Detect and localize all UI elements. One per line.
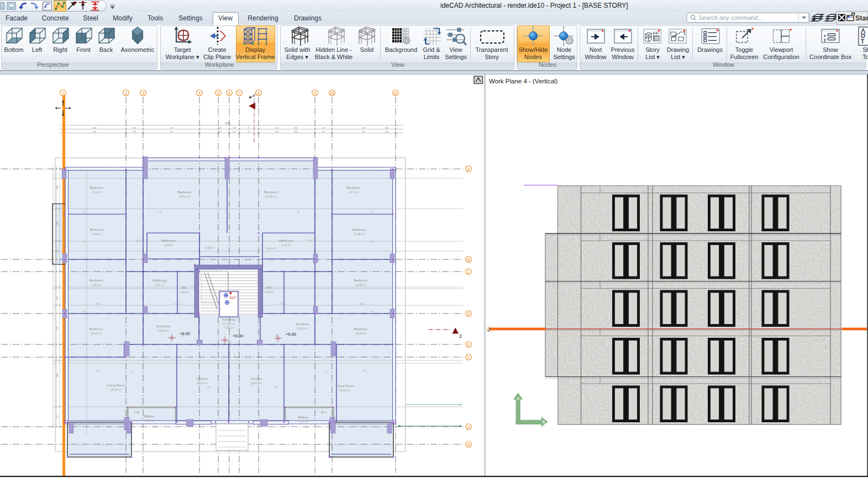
- svg-text:T: T: [861, 39, 864, 45]
- svg-text:Bırakma Kata: Bırakma Kata: [222, 323, 235, 325]
- svg-text:Kat Holü: Kat Holü: [222, 317, 235, 321]
- svg-text:2.66 m²: 2.66 m²: [92, 283, 101, 286]
- svg-text:2.88 m²: 2.88 m²: [206, 246, 215, 249]
- svg-text:340: 340: [294, 127, 297, 129]
- svg-text:6: 6: [228, 91, 230, 95]
- svg-text:10 10.8: 10 10.8: [306, 240, 313, 242]
- svg-text:71: 71: [248, 131, 250, 133]
- svg-text:Kitchen: Kitchen: [251, 377, 262, 380]
- svg-text:H: H: [467, 443, 470, 447]
- svg-text:3.18 m²: 3.18 m²: [265, 290, 274, 294]
- svg-text:A: A: [467, 167, 470, 171]
- svg-text:180: 180: [133, 127, 136, 129]
- svg-text:90: 90: [164, 282, 166, 284]
- svg-text:44: 44: [370, 310, 372, 312]
- svg-text:Bathroom: Bathroom: [279, 239, 293, 242]
- svg-text:343: 343: [275, 386, 278, 389]
- svg-text:3.18 m²: 3.18 m²: [180, 290, 189, 294]
- svg-text:5.30 m²: 5.30 m²: [164, 243, 173, 247]
- svg-text:12.8 10: 12.8 10: [278, 303, 285, 305]
- svg-text:Entrance: Entrance: [157, 325, 171, 328]
- svg-text:15.68 m²: 15.68 m²: [158, 329, 169, 332]
- svg-text:Bedroom: Bedroom: [347, 186, 360, 189]
- svg-text:Bedroom: Bedroom: [354, 327, 367, 331]
- svg-text:406: 406: [93, 131, 96, 133]
- svg-text:16.10 m²: 16.10 m²: [251, 381, 262, 385]
- svg-text:162: 162: [56, 415, 59, 418]
- svg-text:2162: 2162: [225, 122, 231, 125]
- svg-text:x: x: [824, 34, 826, 38]
- svg-text:4: 4: [198, 91, 201, 95]
- svg-text:340: 340: [218, 131, 222, 133]
- svg-text:90: 90: [83, 211, 85, 213]
- svg-text:406: 406: [385, 127, 388, 129]
- svg-text:+6.00: +6.00: [233, 333, 243, 338]
- svg-text:340: 340: [294, 131, 297, 133]
- svg-text:348: 348: [56, 222, 59, 225]
- svg-text:120: 120: [275, 131, 278, 133]
- svg-text:180: 180: [133, 131, 136, 133]
- svg-text:13.69 m²: 13.69 m²: [297, 327, 308, 330]
- svg-text:5.30 m²: 5.30 m²: [282, 243, 291, 247]
- svg-text:Stan: Stan: [855, 14, 868, 22]
- svg-text:378: 378: [363, 370, 366, 372]
- svg-text:147: 147: [170, 127, 173, 129]
- svg-text:11: 11: [394, 91, 398, 95]
- svg-text:444: 444: [56, 374, 59, 377]
- svg-text:49: 49: [297, 211, 299, 213]
- svg-text:Living Room: Living Room: [107, 384, 125, 387]
- svg-text:C: C: [467, 270, 470, 274]
- svg-text:32.85 m²: 32.85 m²: [339, 389, 350, 392]
- svg-text:10.15 m²: 10.15 m²: [91, 332, 102, 335]
- svg-text:20: 20: [370, 241, 372, 243]
- svg-text:16.10 m²: 16.10 m²: [197, 381, 208, 385]
- svg-text:39.8: 39.8: [153, 426, 157, 428]
- svg-text:X: X: [542, 419, 545, 424]
- svg-text:112: 112: [56, 249, 59, 253]
- svg-text:F: F: [467, 355, 470, 359]
- svg-text:Bedroom: Bedroom: [354, 279, 367, 282]
- svg-text:1: 1: [62, 91, 64, 95]
- svg-text:D: D: [467, 312, 470, 316]
- svg-text:358: 358: [56, 327, 59, 330]
- svg-text:Bedroom: Bedroom: [264, 190, 277, 194]
- svg-text:147: 147: [170, 131, 173, 133]
- svg-text:10: 10: [330, 91, 334, 95]
- svg-text:90: 90: [370, 211, 372, 213]
- svg-text:B: B: [467, 258, 470, 262]
- svg-text:Entrance: Entrance: [296, 322, 309, 326]
- svg-text:24.49 m²: 24.49 m²: [265, 195, 276, 198]
- svg-text:187: 187: [362, 131, 365, 133]
- svg-text:147: 147: [322, 131, 325, 133]
- svg-text:248: 248: [56, 186, 59, 189]
- svg-text:13.1 m²: 13.1 m²: [349, 190, 359, 194]
- svg-text:28: 28: [275, 335, 277, 337]
- svg-text:12.66 m²: 12.66 m²: [355, 283, 366, 286]
- svg-text:9.39 m²: 9.39 m²: [92, 232, 102, 236]
- svg-text:10.15 m²: 10.15 m²: [355, 332, 366, 335]
- svg-text:76: 76: [126, 172, 128, 174]
- svg-text:Balkon: Balkon: [144, 415, 154, 418]
- svg-text:7.75 m²: 7.75 m²: [145, 419, 154, 422]
- svg-text:7: 7: [238, 91, 240, 95]
- svg-text:5: 5: [217, 91, 219, 95]
- svg-text:7.70 m²: 7.70 m²: [299, 420, 308, 423]
- svg-text:E: E: [467, 343, 470, 347]
- svg-text:71: 71: [248, 127, 250, 129]
- svg-text:10.38 m²: 10.38 m²: [354, 232, 365, 236]
- svg-text:34.3: 34.3: [305, 426, 309, 428]
- svg-text:Balkon: Balkon: [298, 416, 308, 419]
- svg-text:76: 76: [330, 172, 333, 174]
- svg-text:358: 358: [56, 296, 59, 300]
- svg-text:G: G: [467, 425, 470, 429]
- svg-text:8: 8: [257, 91, 260, 95]
- svg-text:y: y: [824, 38, 826, 42]
- svg-text:10: 10: [131, 371, 134, 373]
- svg-text:379: 379: [228, 342, 231, 344]
- svg-text:20: 20: [250, 385, 252, 387]
- svg-text:Bedroom: Bedroom: [90, 327, 103, 331]
- svg-text:37.8: 37.8: [96, 303, 99, 305]
- svg-text:340: 340: [218, 127, 222, 129]
- svg-text:2: 2: [487, 327, 490, 332]
- svg-text:2: 2: [459, 333, 462, 339]
